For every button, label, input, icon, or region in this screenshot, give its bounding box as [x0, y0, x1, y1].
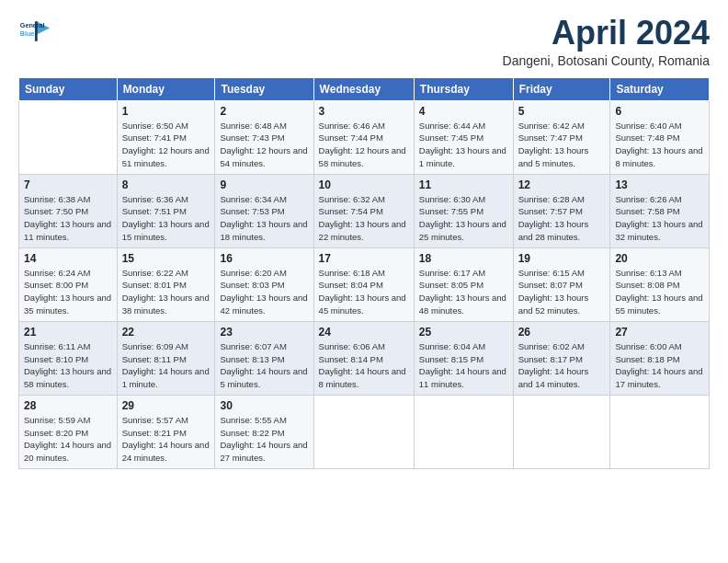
- page: General Blue April 2024 Dangeni, Botosan…: [0, 0, 728, 563]
- calendar-cell: 3Sunrise: 6:46 AMSunset: 7:44 PMDaylight…: [313, 100, 414, 174]
- calendar-cell: 28Sunrise: 5:59 AMSunset: 8:20 PMDayligh…: [19, 395, 118, 468]
- day-info: Sunrise: 6:24 AMSunset: 8:00 PMDaylight:…: [24, 267, 112, 317]
- calendar-cell: 22Sunrise: 6:09 AMSunset: 8:11 PMDayligh…: [117, 321, 215, 395]
- calendar-cell: 4Sunrise: 6:44 AMSunset: 7:45 PMDaylight…: [414, 100, 513, 174]
- calendar-cell: 24Sunrise: 6:06 AMSunset: 8:14 PMDayligh…: [313, 321, 414, 395]
- calendar-cell: 10Sunrise: 6:32 AMSunset: 7:54 PMDayligh…: [313, 174, 414, 247]
- day-info: Sunrise: 6:32 AMSunset: 7:54 PMDaylight:…: [319, 193, 409, 244]
- day-info: Sunrise: 6:40 AMSunset: 7:48 PMDaylight:…: [615, 120, 704, 170]
- day-info: Sunrise: 6:18 AMSunset: 8:04 PMDaylight:…: [319, 267, 409, 317]
- main-title: April 2024: [503, 15, 710, 52]
- calendar-cell: 16Sunrise: 6:20 AMSunset: 8:03 PMDayligh…: [215, 247, 313, 321]
- weekday-header-tuesday: Tuesday: [215, 77, 313, 100]
- calendar-cell: [313, 395, 414, 468]
- day-number: 28: [24, 399, 112, 412]
- day-number: 24: [319, 326, 409, 339]
- day-number: 1: [122, 105, 210, 118]
- day-number: 5: [518, 105, 606, 118]
- calendar-cell: 1Sunrise: 6:50 AMSunset: 7:41 PMDaylight…: [117, 100, 215, 174]
- svg-text:General: General: [20, 21, 45, 29]
- day-number: 3: [319, 105, 409, 118]
- day-number: 30: [220, 399, 308, 412]
- calendar-cell: 2Sunrise: 6:48 AMSunset: 7:43 PMDaylight…: [215, 100, 313, 174]
- calendar-cell: [414, 395, 513, 468]
- day-number: 29: [122, 399, 210, 412]
- day-info: Sunrise: 6:46 AMSunset: 7:44 PMDaylight:…: [319, 120, 409, 170]
- day-info: Sunrise: 6:50 AMSunset: 7:41 PMDaylight:…: [122, 120, 210, 170]
- day-info: Sunrise: 6:44 AMSunset: 7:45 PMDaylight:…: [419, 120, 508, 170]
- title-block: April 2024 Dangeni, Botosani County, Rom…: [503, 15, 710, 68]
- calendar-cell: 5Sunrise: 6:42 AMSunset: 7:47 PMDaylight…: [513, 100, 610, 174]
- subtitle: Dangeni, Botosani County, Romania: [503, 53, 710, 68]
- day-info: Sunrise: 5:55 AMSunset: 8:22 PMDaylight:…: [220, 414, 308, 465]
- day-number: 18: [419, 252, 508, 265]
- calendar-cell: 29Sunrise: 5:57 AMSunset: 8:21 PMDayligh…: [117, 395, 215, 468]
- calendar-cell: 27Sunrise: 6:00 AMSunset: 8:18 PMDayligh…: [610, 321, 710, 395]
- calendar-cell: 13Sunrise: 6:26 AMSunset: 7:58 PMDayligh…: [610, 174, 710, 247]
- calendar-cell: [610, 395, 710, 468]
- day-number: 16: [220, 252, 308, 265]
- day-number: 14: [24, 252, 112, 265]
- day-number: 23: [220, 326, 308, 339]
- calendar-cell: 6Sunrise: 6:40 AMSunset: 7:48 PMDaylight…: [610, 100, 710, 174]
- day-info: Sunrise: 6:13 AMSunset: 8:08 PMDaylight:…: [615, 267, 704, 317]
- day-info: Sunrise: 6:36 AMSunset: 7:51 PMDaylight:…: [122, 193, 210, 244]
- day-number: 21: [24, 326, 112, 339]
- calendar-cell: 9Sunrise: 6:34 AMSunset: 7:53 PMDaylight…: [215, 174, 313, 247]
- day-number: 9: [220, 178, 308, 191]
- day-number: 20: [615, 252, 704, 265]
- day-info: Sunrise: 6:22 AMSunset: 8:01 PMDaylight:…: [122, 267, 210, 317]
- day-number: 12: [518, 178, 606, 191]
- calendar-cell: 21Sunrise: 6:11 AMSunset: 8:10 PMDayligh…: [19, 321, 118, 395]
- calendar-cell: 12Sunrise: 6:28 AMSunset: 7:57 PMDayligh…: [513, 174, 610, 247]
- day-number: 2: [220, 105, 308, 118]
- day-number: 19: [518, 252, 606, 265]
- day-info: Sunrise: 5:59 AMSunset: 8:20 PMDaylight:…: [24, 414, 112, 465]
- calendar-cell: 8Sunrise: 6:36 AMSunset: 7:51 PMDaylight…: [117, 174, 215, 247]
- day-info: Sunrise: 6:04 AMSunset: 8:15 PMDaylight:…: [419, 340, 508, 391]
- calendar-cell: 23Sunrise: 6:07 AMSunset: 8:13 PMDayligh…: [215, 321, 313, 395]
- header: General Blue April 2024 Dangeni, Botosan…: [18, 15, 710, 68]
- day-info: Sunrise: 6:09 AMSunset: 8:11 PMDaylight:…: [122, 340, 210, 391]
- day-info: Sunrise: 6:28 AMSunset: 7:57 PMDaylight:…: [518, 193, 606, 244]
- day-number: 13: [615, 178, 704, 191]
- calendar-cell: 20Sunrise: 6:13 AMSunset: 8:08 PMDayligh…: [610, 247, 710, 321]
- calendar-cell: 26Sunrise: 6:02 AMSunset: 8:17 PMDayligh…: [513, 321, 610, 395]
- day-info: Sunrise: 6:17 AMSunset: 8:05 PMDaylight:…: [419, 267, 508, 317]
- calendar-cell: 25Sunrise: 6:04 AMSunset: 8:15 PMDayligh…: [414, 321, 513, 395]
- weekday-header-sunday: Sunday: [19, 77, 118, 100]
- day-number: 10: [319, 178, 409, 191]
- calendar-cell: [513, 395, 610, 468]
- day-number: 6: [615, 105, 704, 118]
- calendar-cell: 11Sunrise: 6:30 AMSunset: 7:55 PMDayligh…: [414, 174, 513, 247]
- day-info: Sunrise: 6:06 AMSunset: 8:14 PMDaylight:…: [319, 340, 409, 391]
- day-number: 22: [122, 326, 210, 339]
- day-info: Sunrise: 6:26 AMSunset: 7:58 PMDaylight:…: [615, 193, 704, 244]
- day-info: Sunrise: 6:00 AMSunset: 8:18 PMDaylight:…: [615, 340, 704, 391]
- day-info: Sunrise: 5:57 AMSunset: 8:21 PMDaylight:…: [122, 414, 210, 465]
- day-info: Sunrise: 6:38 AMSunset: 7:50 PMDaylight:…: [24, 193, 112, 244]
- weekday-header-saturday: Saturday: [610, 77, 710, 100]
- calendar-cell: 30Sunrise: 5:55 AMSunset: 8:22 PMDayligh…: [215, 395, 313, 468]
- day-info: Sunrise: 6:30 AMSunset: 7:55 PMDaylight:…: [419, 193, 508, 244]
- calendar-cell: 19Sunrise: 6:15 AMSunset: 8:07 PMDayligh…: [513, 247, 610, 321]
- day-number: 25: [419, 326, 508, 339]
- day-info: Sunrise: 6:34 AMSunset: 7:53 PMDaylight:…: [220, 193, 308, 244]
- day-info: Sunrise: 6:48 AMSunset: 7:43 PMDaylight:…: [220, 120, 308, 170]
- day-info: Sunrise: 6:20 AMSunset: 8:03 PMDaylight:…: [220, 267, 308, 317]
- day-number: 26: [518, 326, 606, 339]
- day-number: 8: [122, 178, 210, 191]
- weekday-header-wednesday: Wednesday: [313, 77, 414, 100]
- day-info: Sunrise: 6:07 AMSunset: 8:13 PMDaylight:…: [220, 340, 308, 391]
- calendar-cell: 18Sunrise: 6:17 AMSunset: 8:05 PMDayligh…: [414, 247, 513, 321]
- calendar-cell: 14Sunrise: 6:24 AMSunset: 8:00 PMDayligh…: [19, 247, 118, 321]
- day-number: 4: [419, 105, 508, 118]
- calendar: SundayMondayTuesdayWednesdayThursdayFrid…: [18, 77, 710, 469]
- day-number: 11: [419, 178, 508, 191]
- weekday-header-thursday: Thursday: [414, 77, 513, 100]
- svg-text:Blue: Blue: [20, 29, 35, 38]
- weekday-header-monday: Monday: [117, 77, 215, 100]
- logo-icon: General Blue: [18, 15, 51, 48]
- calendar-cell: [19, 100, 118, 174]
- day-info: Sunrise: 6:42 AMSunset: 7:47 PMDaylight:…: [518, 120, 606, 170]
